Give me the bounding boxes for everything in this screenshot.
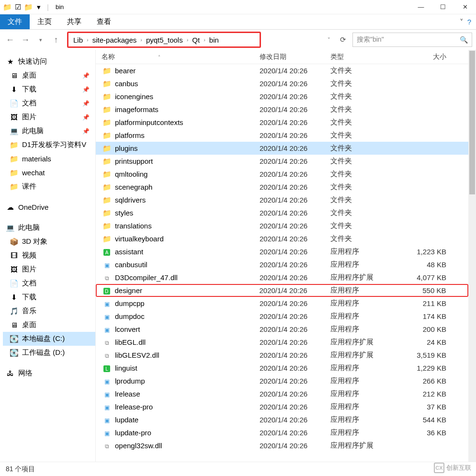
history-dropdown-icon[interactable]: ▾: [34, 37, 47, 43]
dll-icon: ⧉: [105, 275, 109, 282]
table-row[interactable]: ⧉D3Dcompiler_47.dll2020/1/4 20:26应用程序扩展4…: [96, 271, 468, 284]
sidebar-item[interactable]: 📄文档📌: [3, 96, 95, 110]
sidebar-item[interactable]: 💽本地磁盘 (C:): [3, 332, 95, 346]
sidebar-item[interactable]: 🎞视频: [3, 249, 95, 262]
sidebar-item[interactable]: 💽工作磁盘 (D:): [3, 346, 95, 360]
table-row[interactable]: ▣dumpcpp2020/1/4 20:26应用程序211 KB: [96, 297, 468, 310]
table-row[interactable]: 📁qmltooling2020/1/4 20:26文件夹: [96, 168, 468, 181]
sidebar-item[interactable]: ⬇下载: [3, 290, 95, 304]
sidebar-item[interactable]: 📁wechat: [3, 166, 95, 180]
sidebar-item[interactable]: ☁OneDrive: [3, 200, 95, 214]
table-row[interactable]: 📁bearer2020/1/4 20:26文件夹: [96, 64, 468, 77]
table-row[interactable]: 📁styles2020/1/4 20:26文件夹: [96, 206, 468, 219]
col-type[interactable]: 类型: [330, 53, 403, 61]
table-row[interactable]: 📁iconengines2020/1/4 20:26文件夹: [96, 90, 468, 103]
sidebar-item-icon: 📁: [10, 182, 18, 191]
address-dropdown-icon[interactable]: ˅: [328, 37, 330, 43]
table-row[interactable]: 📁printsupport2020/1/4 20:26文件夹: [96, 155, 468, 168]
sidebar-item[interactable]: 📦3D 对象: [3, 235, 95, 249]
breadcrumb-segment[interactable]: pyqt5_tools: [146, 36, 183, 44]
file-name: bearer: [115, 67, 260, 75]
maximize-button[interactable]: ☐: [432, 0, 454, 14]
table-row[interactable]: 📁imageformats2020/1/4 20:26文件夹: [96, 103, 468, 116]
scrollbar[interactable]: [468, 50, 476, 462]
sidebar-item[interactable]: 📁materials: [3, 152, 95, 166]
file-type: 应用程序: [330, 402, 403, 411]
file-type: 文件夹: [330, 92, 403, 101]
qat-folder-icon[interactable]: 📁: [24, 3, 33, 11]
tab-file[interactable]: 文件: [0, 14, 30, 29]
table-row[interactable]: ▣lconvert2020/1/4 20:26应用程序200 KB: [96, 323, 468, 336]
sidebar-item[interactable]: 🖼图片: [3, 262, 95, 276]
sidebar-item[interactable]: 🖥桌面: [3, 318, 95, 332]
sidebar-item[interactable]: 🖼图片📌: [3, 110, 95, 124]
table-row[interactable]: 📁platforms2020/1/4 20:26文件夹: [96, 129, 468, 142]
file-type: 文件夹: [330, 182, 403, 192]
pin-icon: 📌: [82, 128, 90, 135]
tab-home[interactable]: 主页: [30, 14, 59, 29]
close-button[interactable]: ✕: [454, 0, 476, 14]
sidebar-item[interactable]: 💻此电脑📌: [3, 124, 95, 138]
folder-icon: 📁: [102, 235, 112, 243]
tab-view[interactable]: 查看: [89, 14, 119, 29]
sidebar-item-icon: 🎞: [10, 251, 18, 260]
col-size[interactable]: 大小: [403, 53, 446, 61]
table-row[interactable]: ▣lupdate2020/1/4 20:26应用程序544 KB: [96, 413, 468, 426]
table-row[interactable]: ▣lprodump2020/1/4 20:26应用程序266 KB: [96, 374, 468, 387]
table-row[interactable]: 📁platforminputcontexts2020/1/4 20:26文件夹: [96, 116, 468, 129]
sidebar-item-label: 文档: [22, 99, 36, 108]
forward-button[interactable]: →: [19, 35, 32, 45]
col-name[interactable]: 名称˄: [102, 53, 260, 61]
table-row[interactable]: ⧉libEGL.dll2020/1/4 20:26应用程序扩展24 KB: [96, 336, 468, 349]
table-row[interactable]: ⧉opengl32sw.dll2020/1/4 20:26应用程序扩展: [96, 439, 468, 452]
tab-share[interactable]: 共享: [59, 14, 89, 29]
table-row[interactable]: ▣lrelease2020/1/4 20:26应用程序212 KB: [96, 387, 468, 400]
sidebar-item[interactable]: 🖧网络: [3, 366, 95, 380]
back-button[interactable]: ←: [4, 35, 16, 45]
sidebar-item[interactable]: 🎵音乐: [3, 304, 95, 318]
breadcrumb-segment[interactable]: Lib: [73, 36, 83, 44]
titlebar: 📁 ☑ 📁 ▾ | bin — ☐ ✕: [0, 0, 476, 14]
qat-check-icon[interactable]: ☑: [13, 3, 22, 11]
table-row[interactable]: ▣canbusutil2020/1/4 20:26应用程序48 KB: [96, 258, 468, 271]
table-row[interactable]: Ddesigner2020/1/4 20:26应用程序550 KB: [96, 284, 468, 297]
table-row[interactable]: ⧉libGLESV2.dll2020/1/4 20:26应用程序扩展3,519 …: [96, 349, 468, 362]
table-row[interactable]: 📁virtualkeyboard2020/1/4 20:26文件夹: [96, 232, 468, 245]
table-row[interactable]: 📁scenegraph2020/1/4 20:26文件夹: [96, 181, 468, 193]
table-row[interactable]: ▣dumpdoc2020/1/4 20:26应用程序174 KB: [96, 310, 468, 323]
table-row[interactable]: ▣lupdate-pro2020/1/4 20:26应用程序36 KB: [96, 426, 468, 439]
table-row[interactable]: 📁translations2020/1/4 20:26文件夹: [96, 219, 468, 232]
breadcrumb-segment[interactable]: bin: [209, 36, 219, 44]
sidebar-item[interactable]: 💻此电脑: [3, 221, 95, 235]
sidebar-item[interactable]: 📄文档: [3, 276, 95, 290]
file-date: 2020/1/4 20:26: [260, 416, 330, 424]
table-row[interactable]: 📁plugins2020/1/4 20:26文件夹: [96, 142, 468, 155]
table-row[interactable]: Aassistant2020/1/4 20:26应用程序1,223 KB: [96, 245, 468, 258]
qat-dropdown-icon[interactable]: ▾: [34, 3, 43, 11]
ribbon-expand-icon[interactable]: ˅: [460, 18, 464, 26]
table-row[interactable]: 📁sqldrivers2020/1/4 20:26文件夹: [96, 193, 468, 206]
table-row[interactable]: 📁canbus2020/1/4 20:26文件夹: [96, 77, 468, 90]
sidebar-item[interactable]: 📁课件: [3, 180, 95, 193]
file-name: platforms: [115, 131, 260, 139]
up-button[interactable]: ↑: [50, 35, 62, 45]
breadcrumb-segment[interactable]: site-packages: [92, 36, 137, 44]
sidebar-item[interactable]: ★快速访问: [3, 55, 95, 68]
refresh-button[interactable]: ⟳: [336, 35, 350, 44]
search-input[interactable]: 搜索"bin" 🔍: [352, 33, 472, 47]
scroll-thumb[interactable]: [469, 51, 475, 194]
sidebar-item-icon: 🖼: [10, 265, 18, 273]
sidebar-item[interactable]: 📁D1开发板学习资料V: [3, 138, 95, 152]
breadcrumb-segment[interactable]: Qt: [192, 36, 200, 44]
help-icon[interactable]: ?: [467, 18, 471, 26]
minimize-button[interactable]: —: [410, 0, 432, 14]
col-date[interactable]: 修改日期: [260, 53, 330, 61]
table-row[interactable]: Llinguist2020/1/4 20:26应用程序1,229 KB: [96, 362, 468, 374]
table-row[interactable]: ▣lrelease-pro2020/1/4 20:26应用程序37 KB: [96, 400, 468, 413]
file-size: 1,229 KB: [403, 364, 446, 372]
breadcrumb[interactable]: Lib›site-packages›pyqt5_tools›Qt›bin: [67, 32, 261, 48]
sidebar-item-label: 音乐: [22, 306, 36, 316]
sidebar-item[interactable]: ⬇下载📌: [3, 82, 95, 96]
sidebar-item[interactable]: 🖥桌面📌: [3, 68, 95, 82]
file-size: 37 KB: [403, 403, 446, 411]
